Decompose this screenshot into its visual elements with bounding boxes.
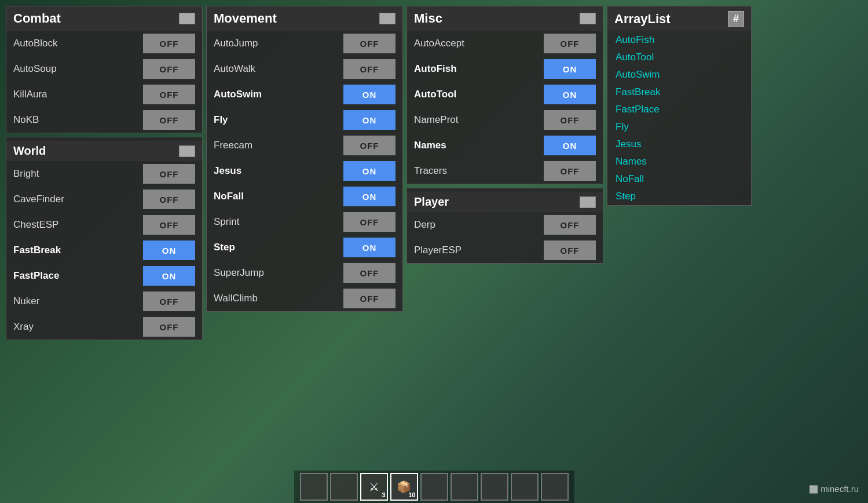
autotool-toggle[interactable]: ON [544,85,596,104]
autoaccept-toggle[interactable]: OFF [544,34,596,53]
player-title: Player [414,195,449,209]
killaura-row: KillAura OFF [6,82,202,107]
jesus-row: Jesus ON [207,158,402,184]
bright-row: Bright OFF [6,161,202,187]
player-header: Player [407,192,603,212]
step-toggle[interactable]: ON [343,238,395,257]
wallclimb-row: WallClimb OFF [207,286,402,311]
player-toggle[interactable] [580,196,596,208]
player-panel: Player Derp OFF PlayerESP OFF [406,188,603,264]
step-row: Step ON [207,235,402,260]
sprint-label: Sprint [214,216,239,228]
misc-toggle[interactable] [580,13,596,24]
names-row: Names ON [407,133,603,158]
world-toggle[interactable] [179,145,195,157]
tracers-label: Tracers [414,165,447,177]
hash-badge[interactable]: # [728,11,744,27]
arraylist-item-fly: Fly [607,118,751,136]
freecam-toggle[interactable]: OFF [343,136,395,155]
autoblock-label: AutoBlock [13,38,58,49]
movement-toggle[interactable] [379,13,395,24]
nokb-toggle[interactable]: OFF [143,110,195,130]
sprint-toggle[interactable]: OFF [343,212,395,232]
fastplace-toggle[interactable]: ON [143,266,195,286]
hotbar-slot-5[interactable] [420,473,448,501]
world-title: World [13,144,46,158]
autojump-label: AutoJump [214,38,258,49]
fly-label: Fly [214,114,228,126]
cavefinder-toggle[interactable]: OFF [143,189,195,209]
autoblock-toggle[interactable]: OFF [143,34,195,53]
watermark: ⬜ minecft.ru [809,484,859,494]
playeresp-toggle[interactable]: OFF [544,240,596,260]
autojump-toggle[interactable]: OFF [343,34,395,53]
tracers-row: Tracers OFF [407,158,603,184]
killaura-toggle[interactable]: OFF [143,85,195,104]
autowalk-toggle[interactable]: OFF [343,59,395,79]
hotbar-slot-3[interactable]: ⚔ 3 [360,473,388,501]
chestesp-toggle[interactable]: OFF [143,215,195,235]
nameprot-label: NameProt [414,114,459,126]
autosoup-toggle[interactable]: OFF [143,59,195,79]
autosoup-row: AutoSoup OFF [6,56,202,82]
derp-toggle[interactable]: OFF [544,215,596,235]
derp-label: Derp [414,219,435,231]
autoswim-toggle[interactable]: ON [343,85,395,104]
hotbar-slot-4[interactable]: 📦 10 [390,473,418,501]
superjump-toggle[interactable]: OFF [343,263,395,283]
nuker-toggle[interactable]: OFF [143,291,195,311]
chestesp-label: ChestESP [13,219,58,231]
names-label: Names [414,140,446,151]
arraylist-item-autofish: AutoFish [607,31,751,49]
freecam-row: Freecam OFF [207,133,402,158]
nofall-label: NoFall [214,191,244,202]
superjump-row: SuperJump OFF [207,260,402,286]
arraylist-item-autoswim: AutoSwim [607,66,751,83]
autosoup-label: AutoSoup [13,63,57,75]
jesus-toggle[interactable]: ON [343,161,395,181]
fly-row: Fly ON [207,107,402,133]
freecam-label: Freecam [214,140,252,151]
nameprot-toggle[interactable]: OFF [544,110,596,130]
fastbreak-row: FastBreak ON [6,238,202,263]
world-panel: World Bright OFF CaveFinder OFF ChestESP… [6,137,203,340]
hotbar-slot-8[interactable] [511,473,539,501]
autofish-toggle[interactable]: ON [544,59,596,79]
bright-toggle[interactable]: OFF [143,164,195,184]
hotbar-slot-9[interactable] [541,473,569,501]
combat-panel: Combat AutoBlock OFF AutoSoup OFF KillAu… [6,6,203,133]
combat-header: Combat [6,6,202,31]
nameprot-row: NameProt OFF [407,107,603,133]
hotbar-slot-2[interactable] [330,473,358,501]
killaura-label: KillAura [13,89,47,100]
misc-title: Misc [414,11,442,26]
autowalk-row: AutoWalk OFF [207,56,402,82]
autotool-row: AutoTool ON [407,82,603,107]
fly-toggle[interactable]: ON [343,110,395,130]
tracers-toggle[interactable]: OFF [544,161,596,181]
fastbreak-toggle[interactable]: ON [143,240,195,260]
xray-toggle[interactable]: OFF [143,317,195,337]
bright-label: Bright [13,168,39,180]
wallclimb-toggle[interactable]: OFF [343,289,395,308]
xray-label: Xray [13,321,34,333]
autotool-label: AutoTool [414,89,456,100]
cavefinder-label: CaveFinder [13,194,64,205]
hotbar-slot-1[interactable] [300,473,328,501]
hotbar-count-3: 3 [382,491,385,498]
autojump-row: AutoJump OFF [207,31,402,56]
names-toggle[interactable]: ON [544,136,596,155]
autofish-label: AutoFish [414,63,457,75]
combat-title: Combat [13,11,61,26]
autoblock-row: AutoBlock OFF [6,31,202,56]
autoaccept-label: AutoAccept [414,38,464,49]
arraylist-item-fastplace: FastPlace [607,101,751,118]
misc-header: Misc [407,6,603,31]
step-label: Step [214,242,235,253]
combat-toggle[interactable] [179,13,195,24]
nofall-toggle[interactable]: ON [343,187,395,206]
world-header: World [6,141,202,161]
autofish-row: AutoFish ON [407,56,603,82]
hotbar-slot-6[interactable] [451,473,478,501]
hotbar-slot-7[interactable] [481,473,508,501]
